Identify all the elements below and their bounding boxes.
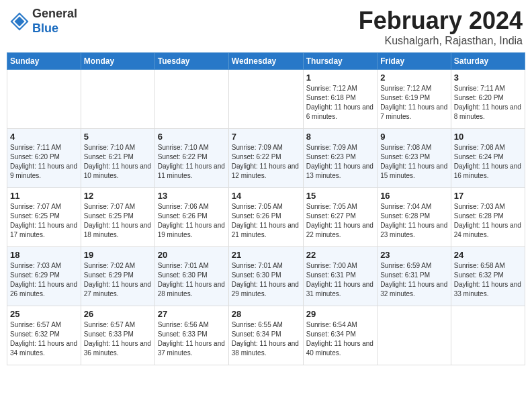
day-number: 11 [10, 191, 78, 201]
day-info: Sunrise: 6:54 AM Sunset: 6:34 PM Dayligh… [306, 320, 374, 358]
calendar-cell: 14Sunrise: 7:05 AM Sunset: 6:26 PM Dayli… [228, 188, 303, 247]
calendar-cell [451, 306, 525, 365]
calendar-cell: 1Sunrise: 7:12 AM Sunset: 6:18 PM Daylig… [303, 70, 377, 129]
day-number: 23 [380, 250, 448, 260]
col-header-saturday: Saturday [451, 53, 525, 70]
logo-icon [9, 11, 30, 32]
col-header-sunday: Sunday [7, 53, 81, 70]
day-info: Sunrise: 7:01 AM Sunset: 6:30 PM Dayligh… [158, 261, 226, 299]
calendar-table: SundayMondayTuesdayWednesdayThursdayFrid… [7, 52, 525, 365]
title-area: February 2024 Kushalgarh, Rajasthan, Ind… [359, 7, 523, 47]
day-info: Sunrise: 7:03 AM Sunset: 6:29 PM Dayligh… [10, 261, 78, 299]
calendar-cell: 7Sunrise: 7:09 AM Sunset: 6:22 PM Daylig… [228, 129, 303, 188]
col-header-wednesday: Wednesday [228, 53, 303, 70]
calendar-cell [378, 306, 451, 365]
day-number: 4 [10, 132, 78, 142]
day-info: Sunrise: 7:10 AM Sunset: 6:21 PM Dayligh… [84, 143, 152, 181]
day-info: Sunrise: 7:08 AM Sunset: 6:23 PM Dayligh… [380, 143, 448, 181]
day-number: 22 [306, 250, 374, 260]
calendar-cell: 29Sunrise: 6:54 AM Sunset: 6:34 PM Dayli… [303, 306, 377, 365]
day-number: 9 [380, 132, 448, 142]
day-info: Sunrise: 7:04 AM Sunset: 6:28 PM Dayligh… [380, 202, 448, 240]
calendar-cell: 21Sunrise: 7:01 AM Sunset: 6:30 PM Dayli… [228, 247, 303, 306]
col-header-thursday: Thursday [303, 53, 377, 70]
day-number: 6 [158, 132, 226, 142]
day-info: Sunrise: 7:12 AM Sunset: 6:19 PM Dayligh… [380, 84, 448, 122]
calendar-cell [81, 70, 154, 129]
day-info: Sunrise: 7:05 AM Sunset: 6:27 PM Dayligh… [306, 202, 374, 240]
day-number: 8 [306, 132, 374, 142]
calendar-cell: 17Sunrise: 7:03 AM Sunset: 6:28 PM Dayli… [451, 188, 525, 247]
calendar-cell: 24Sunrise: 6:58 AM Sunset: 6:32 PM Dayli… [451, 247, 525, 306]
day-number: 29 [306, 309, 374, 319]
day-info: Sunrise: 6:56 AM Sunset: 6:33 PM Dayligh… [158, 320, 226, 358]
calendar-cell: 6Sunrise: 7:10 AM Sunset: 6:22 PM Daylig… [154, 129, 228, 188]
calendar-cell: 13Sunrise: 7:06 AM Sunset: 6:26 PM Dayli… [154, 188, 228, 247]
calendar-cell: 12Sunrise: 7:07 AM Sunset: 6:25 PM Dayli… [81, 188, 154, 247]
day-number: 18 [10, 250, 78, 260]
day-info: Sunrise: 7:09 AM Sunset: 6:22 PM Dayligh… [232, 143, 300, 181]
day-number: 21 [232, 250, 300, 260]
day-number: 25 [10, 309, 78, 319]
calendar-week-3: 18Sunrise: 7:03 AM Sunset: 6:29 PM Dayli… [7, 247, 525, 306]
day-info: Sunrise: 7:07 AM Sunset: 6:25 PM Dayligh… [84, 202, 152, 240]
calendar-cell [228, 70, 303, 129]
day-number: 19 [84, 250, 152, 260]
day-info: Sunrise: 6:58 AM Sunset: 6:32 PM Dayligh… [454, 261, 522, 299]
day-number: 14 [232, 191, 300, 201]
day-info: Sunrise: 7:07 AM Sunset: 6:25 PM Dayligh… [10, 202, 78, 240]
day-number: 7 [232, 132, 300, 142]
calendar-cell [7, 70, 81, 129]
day-info: Sunrise: 7:11 AM Sunset: 6:20 PM Dayligh… [10, 143, 78, 181]
day-info: Sunrise: 7:10 AM Sunset: 6:22 PM Dayligh… [158, 143, 226, 181]
day-number: 5 [84, 132, 152, 142]
day-info: Sunrise: 7:08 AM Sunset: 6:24 PM Dayligh… [454, 143, 522, 181]
calendar-week-2: 11Sunrise: 7:07 AM Sunset: 6:25 PM Dayli… [7, 188, 525, 247]
day-number: 1 [306, 73, 374, 83]
calendar-cell: 5Sunrise: 7:10 AM Sunset: 6:21 PM Daylig… [81, 129, 154, 188]
day-info: Sunrise: 7:00 AM Sunset: 6:31 PM Dayligh… [306, 261, 374, 299]
month-title: February 2024 [359, 7, 523, 35]
calendar-cell: 11Sunrise: 7:07 AM Sunset: 6:25 PM Dayli… [7, 188, 81, 247]
day-info: Sunrise: 7:06 AM Sunset: 6:26 PM Dayligh… [158, 202, 226, 240]
day-info: Sunrise: 7:01 AM Sunset: 6:30 PM Dayligh… [232, 261, 300, 299]
day-number: 16 [380, 191, 448, 201]
day-number: 27 [158, 309, 226, 319]
col-header-tuesday: Tuesday [154, 53, 228, 70]
calendar-cell: 25Sunrise: 6:57 AM Sunset: 6:32 PM Dayli… [7, 306, 81, 365]
calendar-cell: 9Sunrise: 7:08 AM Sunset: 6:23 PM Daylig… [378, 129, 451, 188]
calendar-cell: 8Sunrise: 7:09 AM Sunset: 6:23 PM Daylig… [303, 129, 377, 188]
day-number: 28 [232, 309, 300, 319]
calendar-cell: 18Sunrise: 7:03 AM Sunset: 6:29 PM Dayli… [7, 247, 81, 306]
day-number: 24 [454, 250, 522, 260]
col-header-friday: Friday [378, 53, 451, 70]
calendar-cell: 19Sunrise: 7:02 AM Sunset: 6:29 PM Dayli… [81, 247, 154, 306]
calendar-cell: 3Sunrise: 7:11 AM Sunset: 6:20 PM Daylig… [451, 70, 525, 129]
day-info: Sunrise: 7:09 AM Sunset: 6:23 PM Dayligh… [306, 143, 374, 181]
day-info: Sunrise: 7:03 AM Sunset: 6:28 PM Dayligh… [454, 202, 522, 240]
day-info: Sunrise: 7:02 AM Sunset: 6:29 PM Dayligh… [84, 261, 152, 299]
calendar-header-row: SundayMondayTuesdayWednesdayThursdayFrid… [7, 53, 525, 70]
calendar-cell: 2Sunrise: 7:12 AM Sunset: 6:19 PM Daylig… [378, 70, 451, 129]
calendar-cell: 4Sunrise: 7:11 AM Sunset: 6:20 PM Daylig… [7, 129, 81, 188]
calendar-cell: 27Sunrise: 6:56 AM Sunset: 6:33 PM Dayli… [154, 306, 228, 365]
calendar-week-0: 1Sunrise: 7:12 AM Sunset: 6:18 PM Daylig… [7, 70, 525, 129]
location-subtitle: Kushalgarh, Rajasthan, India [359, 35, 523, 47]
calendar-cell: 23Sunrise: 6:59 AM Sunset: 6:31 PM Dayli… [378, 247, 451, 306]
page-header: General Blue February 2024 Kushalgarh, R… [7, 7, 525, 47]
day-number: 2 [380, 73, 448, 83]
calendar-cell: 16Sunrise: 7:04 AM Sunset: 6:28 PM Dayli… [378, 188, 451, 247]
calendar-cell [154, 70, 228, 129]
day-number: 15 [306, 191, 374, 201]
calendar-week-4: 25Sunrise: 6:57 AM Sunset: 6:32 PM Dayli… [7, 306, 525, 365]
day-info: Sunrise: 7:05 AM Sunset: 6:26 PM Dayligh… [232, 202, 300, 240]
day-number: 10 [454, 132, 522, 142]
day-info: Sunrise: 6:57 AM Sunset: 6:33 PM Dayligh… [84, 320, 152, 358]
day-number: 26 [84, 309, 152, 319]
calendar-cell: 15Sunrise: 7:05 AM Sunset: 6:27 PM Dayli… [303, 188, 377, 247]
col-header-monday: Monday [81, 53, 154, 70]
day-info: Sunrise: 7:11 AM Sunset: 6:20 PM Dayligh… [454, 84, 522, 122]
logo: General Blue [9, 7, 77, 36]
day-number: 13 [158, 191, 226, 201]
calendar-cell: 26Sunrise: 6:57 AM Sunset: 6:33 PM Dayli… [81, 306, 154, 365]
